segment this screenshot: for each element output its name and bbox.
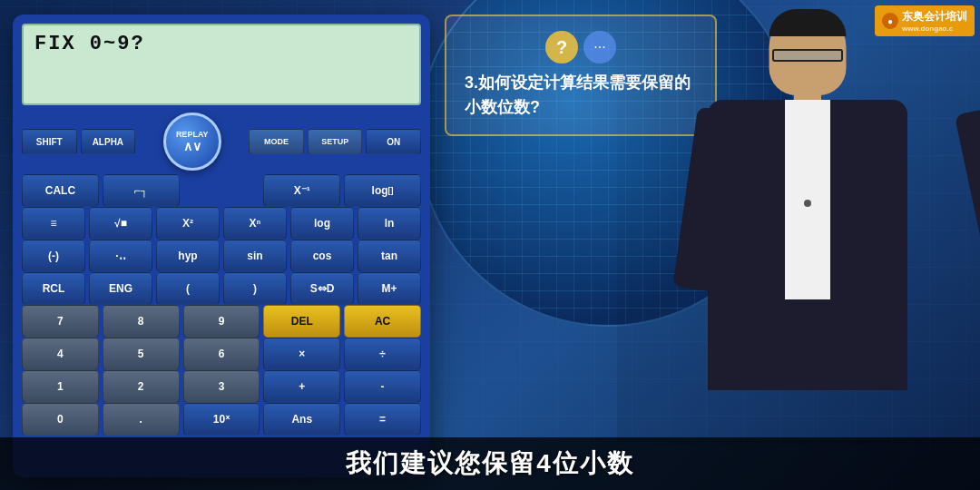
calc-button[interactable]: CALC xyxy=(22,174,99,207)
person-right-arm xyxy=(955,106,980,275)
button-row-5: 7 8 9 DEL AC xyxy=(22,305,421,338)
button-row-2: ≡ √■ X² Xⁿ log ln xyxy=(22,207,421,240)
ans-button[interactable]: Ans xyxy=(263,403,340,436)
setup-button[interactable]: SETUP xyxy=(308,129,363,154)
on-button[interactable]: ON xyxy=(366,129,421,154)
fraction-button[interactable]: ⌐┐ xyxy=(103,174,180,207)
xinverse-button[interactable]: X⁻¹ xyxy=(263,174,340,207)
replay-arrows: ∧∨ xyxy=(183,139,201,153)
negative-button[interactable]: (-) xyxy=(22,240,85,272)
log-bracket-button[interactable]: log[] xyxy=(344,174,421,207)
eight-button[interactable]: 8 xyxy=(103,305,180,338)
button-row-7: 1 2 3 + - xyxy=(22,370,421,403)
person-hair xyxy=(769,9,847,36)
display-line1: FIX 0~9? xyxy=(34,33,408,55)
subtitle-text: 我们建议您保留4位小数 xyxy=(0,446,980,481)
ln-button[interactable]: ln xyxy=(358,207,421,240)
shift-button[interactable]: SHIFT xyxy=(22,129,77,154)
log-button[interactable]: log xyxy=(290,207,354,240)
one-button[interactable]: 1 xyxy=(22,370,99,403)
replay-button[interactable]: REPLAY ∧∨ xyxy=(163,113,221,171)
minus-button[interactable]: - xyxy=(344,370,421,403)
plus-button[interactable]: + xyxy=(263,370,340,403)
subtitle-bar: 我们建议您保留4位小数 xyxy=(0,437,980,490)
xsquared-button[interactable]: X² xyxy=(156,207,220,240)
question-mark-icon: ? xyxy=(545,31,578,64)
divide-button[interactable]: ÷ xyxy=(344,338,421,370)
sqrt-button[interactable]: √■ xyxy=(89,207,152,240)
replay-label: REPLAY xyxy=(176,130,209,139)
tan-button[interactable]: tan xyxy=(358,240,421,272)
button-row-6: 4 5 6 × ÷ xyxy=(22,338,421,370)
four-button[interactable]: 4 xyxy=(22,338,99,370)
eng-button[interactable]: ENG xyxy=(89,272,152,305)
three-button[interactable]: 3 xyxy=(183,370,260,403)
lparen-button[interactable]: ( xyxy=(156,272,220,305)
top-button-row: SHIFT ALPHA REPLAY ∧∨ MODE SETUP ON xyxy=(22,113,421,171)
equals-button[interactable]: = xyxy=(344,403,421,436)
mode-button[interactable]: MODE xyxy=(249,129,304,154)
person-mic xyxy=(804,200,811,207)
decimal-button[interactable]: . xyxy=(103,403,180,436)
zero-button[interactable]: 0 xyxy=(22,403,99,436)
multiply-button[interactable]: × xyxy=(263,338,340,370)
nine-button[interactable]: 9 xyxy=(183,305,260,338)
person-glasses xyxy=(772,49,843,62)
hyp-button[interactable]: hyp xyxy=(156,240,220,272)
five-button[interactable]: 5 xyxy=(103,338,180,370)
ac-button[interactable]: AC xyxy=(344,305,421,338)
rparen-button[interactable]: ) xyxy=(223,272,287,305)
fraction2-button[interactable]: ≡ xyxy=(22,207,85,240)
dot-button[interactable]: ·‥ xyxy=(89,240,152,272)
button-row-1: CALC ⌐┐ X⁻¹ log[] xyxy=(22,174,421,207)
calc-display: FIX 0~9? xyxy=(22,24,421,105)
two-button[interactable]: 2 xyxy=(103,370,180,403)
replay-area: REPLAY ∧∨ xyxy=(139,113,245,171)
button-row-4: RCL ENG ( ) S⇔D M+ xyxy=(22,272,421,305)
question-number: 3. xyxy=(465,74,478,92)
cos-button[interactable]: cos xyxy=(290,240,354,272)
mplus-button[interactable]: M+ xyxy=(358,272,421,305)
dots-icon: ··· xyxy=(583,31,616,64)
sin-button[interactable]: sin xyxy=(223,240,287,272)
alpha-button[interactable]: ALPHA xyxy=(81,129,136,154)
xn-button[interactable]: Xⁿ xyxy=(223,207,287,240)
presenter-area xyxy=(617,0,980,445)
std-button[interactable]: S⇔D xyxy=(290,272,354,305)
calculator: FIX 0~9? SHIFT ALPHA REPLAY ∧∨ MODE SETU… xyxy=(13,15,430,477)
del-button[interactable]: DEL xyxy=(263,305,340,338)
button-row-3: (-) ·‥ hyp sin cos tan xyxy=(22,240,421,272)
tenx-button[interactable]: 10ˣ xyxy=(183,403,260,436)
rcl-button[interactable]: RCL xyxy=(22,272,85,305)
six-button[interactable]: 6 xyxy=(183,338,260,370)
seven-button[interactable]: 7 xyxy=(22,305,99,338)
person-figure xyxy=(662,9,953,399)
button-row-8: 0 . 10ˣ Ans = xyxy=(22,403,421,436)
